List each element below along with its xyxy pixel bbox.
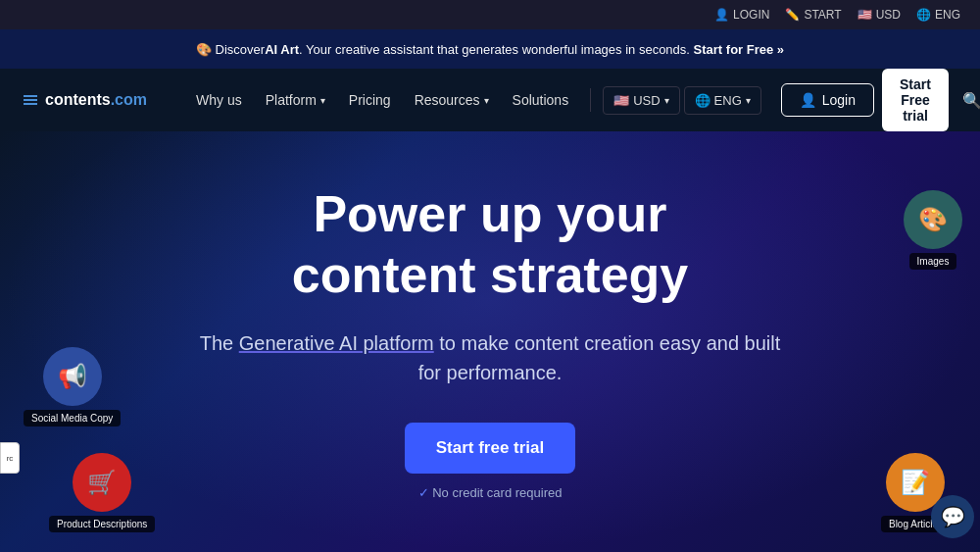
search-button[interactable]: 🔍 — [956, 85, 980, 116]
usd-topbar[interactable]: 🇺🇸 USD — [858, 8, 901, 22]
user-icon-nav: 👤 — [800, 92, 816, 108]
usd-chevron: ▾ — [664, 95, 669, 106]
nav-solutions[interactable]: Solutions — [503, 84, 579, 116]
logo[interactable]: contents.com — [24, 91, 147, 109]
recaptcha-badge: rc — [0, 442, 20, 474]
announcement-highlight: AI Art — [265, 42, 299, 57]
announcement-text-after: . Your creative assistant that generates… — [299, 42, 690, 57]
badge-product-descriptions: 🛒 Product Descriptions — [49, 453, 155, 532]
platform-chevron: ▾ — [320, 95, 325, 106]
blog-icon: 📝 — [901, 469, 930, 496]
nav-links: Why us Platform ▾ Pricing Resources ▾ So… — [186, 84, 761, 116]
announcement-emoji: 🎨 — [196, 42, 212, 57]
usd-selector[interactable]: 🇺🇸 USD ▾ — [603, 86, 679, 115]
social-media-label: Social Media Copy — [24, 410, 121, 427]
nav-separator — [590, 88, 591, 112]
hero-title: Power up your content strategy — [292, 183, 689, 306]
logo-bars-icon — [24, 95, 37, 105]
chat-button[interactable]: 💬 — [931, 495, 974, 538]
nav-right: 👤 Login Start Free trial 🔍 — [781, 69, 980, 131]
announcement-bar: 🎨 Discover AI Art . Your creative assist… — [0, 29, 980, 69]
images-icon: 🎨 — [918, 206, 948, 233]
lang-chevron: ▾ — [746, 95, 751, 106]
start-trial-button[interactable]: Start Free trial — [882, 69, 949, 131]
nav-why-us[interactable]: Why us — [186, 84, 252, 116]
top-bar: 👤 LOGIN ✏️ START 🇺🇸 USD 🌐 ENG — [0, 0, 980, 29]
hero-section: 📢 Social Media Copy 🛒 Product Descriptio… — [0, 131, 980, 552]
cart-icon: 🛒 — [87, 469, 117, 496]
images-label: Images — [909, 253, 957, 270]
product-label: Product Descriptions — [49, 516, 155, 532]
user-icon: 👤 — [714, 8, 729, 22]
hero-subtitle-link: Generative AI platform — [239, 332, 434, 354]
resources-chevron: ▾ — [484, 95, 489, 106]
start-topbar[interactable]: ✏️ START — [785, 8, 841, 22]
edit-icon: ✏️ — [785, 8, 800, 22]
announcement-text-before: Discover — [216, 42, 266, 57]
no-credit-card-text: No credit card required — [418, 485, 563, 500]
globe-icon-nav: 🌐 — [695, 93, 710, 108]
product-icon-circle: 🛒 — [73, 453, 131, 512]
nav-platform[interactable]: Platform ▾ — [256, 84, 335, 116]
login-button[interactable]: 👤 Login — [781, 83, 874, 117]
announcement-cta[interactable]: Start for Free » — [694, 42, 784, 57]
images-icon-circle: 🎨 — [904, 190, 962, 249]
nav-resources[interactable]: Resources ▾ — [405, 84, 499, 116]
lang-selector[interactable]: 🌐 ENG ▾ — [684, 86, 761, 115]
logo-text: contents.com — [45, 91, 147, 109]
globe-icon-top: 🌐 — [916, 8, 931, 22]
flag-icon-nav: 🇺🇸 — [613, 93, 629, 108]
badge-social-media: 📢 Social Media Copy — [24, 347, 121, 427]
hero-cta-button[interactable]: Start free trial — [405, 423, 576, 474]
megaphone-icon: 📢 — [58, 363, 87, 390]
social-media-icon-circle: 📢 — [43, 347, 102, 406]
login-topbar[interactable]: 👤 LOGIN — [714, 8, 769, 22]
eng-topbar[interactable]: 🌐 ENG — [916, 8, 960, 22]
nav-pricing[interactable]: Pricing — [339, 84, 401, 116]
hero-subtitle: The Generative AI platform to make conte… — [186, 328, 794, 387]
navbar: contents.com Why us Platform ▾ Pricing R… — [0, 69, 980, 131]
flag-icon: 🇺🇸 — [858, 8, 872, 22]
badge-images: 🎨 Images — [904, 190, 962, 270]
